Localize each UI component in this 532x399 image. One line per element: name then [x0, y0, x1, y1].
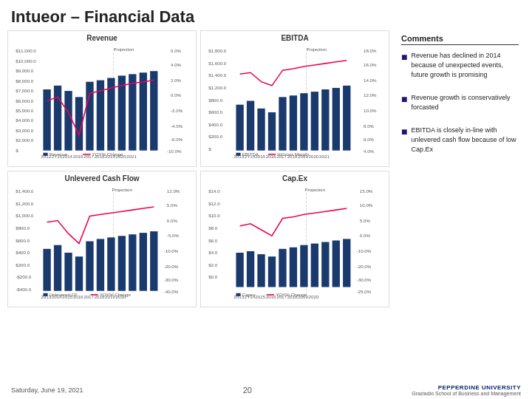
svg-text:-30.0%: -30.0%: [164, 277, 179, 282]
svg-text:-10.0%: -10.0%: [167, 149, 182, 154]
svg-text:-$200.0: -$200.0: [16, 274, 32, 279]
main-content: Revenue $11,000.0 $10,000.0 $9,000.0 $8,…: [0, 30, 532, 307]
svg-text:-2.0%: -2.0%: [171, 108, 183, 113]
svg-text:$6,000.0: $6,000.0: [16, 98, 34, 103]
svg-rect-153: [290, 248, 297, 287]
svg-text:2020: 2020: [309, 294, 319, 299]
comments-title: Comments: [401, 34, 519, 45]
svg-text:10.0%: 10.0%: [364, 108, 377, 113]
svg-text:$: $: [16, 148, 18, 153]
svg-text:6.0%: 6.0%: [171, 48, 182, 53]
svg-text:Revenue: Revenue: [50, 151, 68, 157]
svg-text:$: $: [208, 146, 211, 151]
svg-rect-68: [279, 97, 286, 150]
svg-text:$0.0: $0.0: [208, 274, 218, 279]
svg-rect-152: [279, 249, 286, 287]
svg-text:$11,000.0: $11,000.0: [16, 48, 36, 53]
svg-text:%Gross Margin: %Gross Margin: [277, 151, 309, 157]
svg-rect-117: [150, 231, 157, 291]
comment-text-3: EBITDA is closely in-line with unlevered…: [411, 126, 519, 154]
svg-rect-41: [43, 153, 47, 156]
svg-rect-154: [300, 245, 307, 287]
comment-item-1: ■ Revenue has declined in 2014 because o…: [401, 51, 519, 80]
svg-text:$800.0: $800.0: [16, 225, 30, 231]
svg-text:YOY% Change: YOY% Change: [100, 292, 132, 297]
svg-text:$1,400.0: $1,400.0: [16, 188, 34, 194]
svg-rect-158: [343, 239, 350, 287]
svg-text:-40.0%: -40.0%: [164, 289, 179, 294]
svg-text:5.0%: 5.0%: [167, 202, 178, 208]
svg-rect-74: [343, 86, 350, 151]
svg-text:2020: 2020: [309, 154, 319, 158]
svg-rect-30: [140, 72, 147, 150]
svg-text:$2,000.0: $2,000.0: [16, 137, 34, 143]
svg-rect-156: [321, 242, 329, 287]
svg-text:YOY% Change: YOY% Change: [92, 151, 124, 157]
svg-text:$1,400.0: $1,400.0: [208, 72, 227, 78]
capex-chart: Cap.Ex $14.0 $12.0 $10.0 $8.0 $6.0 $4.0 …: [200, 171, 389, 307]
ucf-chart: Unlevered Cash Flow $1,400.0 $1,200.0 $1…: [7, 171, 197, 307]
svg-text:$200.0: $200.0: [208, 134, 222, 139]
svg-text:$800.0: $800.0: [208, 98, 222, 103]
svg-text:Capex: Capex: [242, 292, 256, 297]
svg-text:$1,600.0: $1,600.0: [208, 61, 227, 66]
svg-text:$600.0: $600.0: [208, 109, 222, 115]
svg-text:-20.0%: -20.0%: [357, 264, 372, 269]
svg-text:10.0%: 10.0%: [360, 202, 373, 208]
ebitda-chart-svg: $1,800.0 $1,600.0 $1,400.0 $1,200.0 $800…: [205, 44, 384, 158]
svg-text:-5.0%: -5.0%: [167, 233, 180, 238]
comment-text-1: Revenue has declined in 2014 because of …: [411, 51, 519, 80]
svg-text:$8.0: $8.0: [208, 225, 218, 231]
svg-text:16.0%: 16.0%: [364, 62, 377, 67]
svg-text:Projection: Projection: [307, 47, 327, 52]
svg-text:12.0%: 12.0%: [167, 188, 180, 194]
comments-section: Comments ■ Revenue has declined in 2014 …: [395, 30, 525, 307]
svg-rect-109: [64, 253, 72, 291]
svg-text:$5,000.0: $5,000.0: [16, 108, 34, 113]
svg-text:14.0%: 14.0%: [364, 78, 377, 83]
svg-rect-149: [247, 251, 254, 287]
svg-text:YOY% Change: YOY% Change: [276, 292, 307, 297]
ebitda-chart: EBITDA $1,800.0 $1,600.0 $1,400.0 $1,200…: [200, 30, 389, 167]
svg-rect-29: [129, 74, 136, 150]
svg-text:2021: 2021: [319, 154, 330, 158]
svg-text:-4.0%: -4.0%: [171, 123, 183, 129]
svg-rect-112: [97, 239, 104, 290]
svg-text:4.0%: 4.0%: [171, 62, 182, 67]
svg-rect-64: [236, 105, 243, 151]
comment-item-3: ■ EBITDA is closely in-line with unlever…: [401, 126, 519, 154]
svg-rect-65: [247, 101, 254, 151]
capex-chart-title: Cap.Ex: [205, 174, 384, 183]
svg-text:0.0%: 0.0%: [171, 92, 182, 98]
comment-bullet-3: ■: [401, 126, 407, 137]
svg-text:$1,800.0: $1,800.0: [208, 48, 227, 53]
comment-bullet-2: ■: [401, 94, 407, 104]
svg-rect-167: [236, 293, 240, 296]
svg-rect-148: [236, 253, 243, 287]
svg-rect-28: [118, 75, 126, 150]
svg-text:-20.0%: -20.0%: [164, 264, 179, 269]
logo-university: PEPPERDINE UNIVERSITY: [438, 384, 521, 391]
svg-rect-111: [86, 242, 93, 291]
svg-rect-23: [64, 91, 72, 151]
svg-rect-108: [54, 245, 61, 291]
svg-rect-70: [300, 93, 307, 151]
svg-text:6.0%: 6.0%: [364, 137, 375, 142]
ebitda-chart-title: EBITDA: [205, 34, 384, 42]
logo-school: Graziadio School of Business and Managem…: [412, 391, 521, 396]
svg-text:-30.0%: -30.0%: [357, 277, 372, 282]
svg-text:$4,000.0: $4,000.0: [16, 117, 34, 123]
svg-rect-155: [311, 244, 318, 287]
footer: Saturday, June 19, 2021 20 PEPPERDINE UN…: [0, 381, 532, 399]
svg-text:Unlevered CF: Unlevered CF: [50, 292, 78, 297]
ucf-chart-title: Unlevered Cash Flow: [13, 174, 191, 183]
svg-text:$4.0: $4.0: [208, 250, 218, 255]
svg-text:$1,200.0: $1,200.0: [16, 201, 34, 206]
svg-rect-21: [43, 89, 50, 151]
svg-rect-110: [75, 256, 83, 291]
svg-rect-22: [54, 86, 61, 151]
svg-rect-113: [107, 237, 115, 290]
svg-rect-150: [257, 254, 265, 287]
svg-text:$1,200.0: $1,200.0: [208, 85, 227, 90]
ucf-chart-svg: $1,400.0 $1,200.0 $1,000.0 $800.0 $600.0…: [13, 184, 191, 299]
